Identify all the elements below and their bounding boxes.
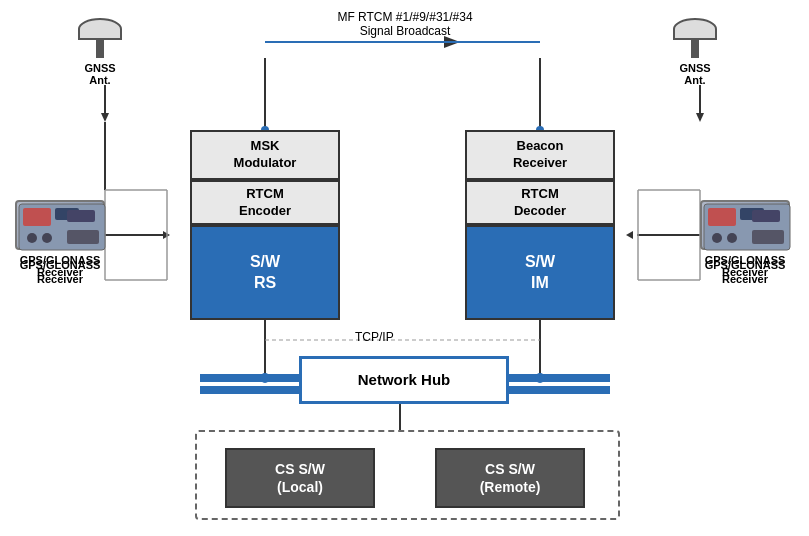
right-antenna-label: GNSSAnt. — [673, 62, 717, 86]
svg-rect-49 — [704, 204, 790, 250]
svg-rect-43 — [19, 204, 105, 250]
svg-point-53 — [727, 233, 737, 243]
svg-point-33 — [535, 373, 545, 383]
right-gnss-antenna: GNSSAnt. — [673, 18, 717, 86]
broadcast-label: MF RTCM #1/#9/#31/#34 Signal Broadcast — [300, 10, 510, 38]
rtcm-decoder-box: RTCMDecoder — [465, 180, 615, 225]
left-device-body — [15, 200, 105, 250]
left-receiver-label-text: GPS/GLONASSReceiver — [15, 258, 105, 287]
rtcm-encoder-box: RTCMEncoder — [190, 180, 340, 225]
svg-rect-45 — [55, 208, 79, 220]
svg-marker-8 — [696, 113, 704, 122]
svg-marker-11 — [626, 231, 633, 239]
antenna-base-left — [96, 40, 104, 58]
svg-marker-4 — [163, 231, 170, 239]
network-hub-box: Network Hub — [299, 356, 509, 404]
svg-point-52 — [712, 233, 722, 243]
svg-rect-51 — [740, 208, 764, 220]
left-antenna-label: GNSSAnt. — [78, 62, 122, 86]
svg-rect-54 — [752, 230, 784, 244]
svg-point-47 — [42, 233, 52, 243]
sw-rs-box: S/WRS — [190, 225, 340, 320]
msk-modulator-box: MSKModulator — [190, 130, 340, 180]
svg-point-31 — [260, 373, 270, 383]
sw-im-box: S/WIM — [465, 225, 615, 320]
left-gnss-antenna: GNSSAnt. — [78, 18, 122, 86]
right-device-body — [700, 200, 790, 250]
antenna-dome-left — [78, 18, 122, 40]
svg-rect-44 — [23, 208, 51, 226]
svg-rect-50 — [708, 208, 736, 226]
antenna-dome-right — [673, 18, 717, 40]
antenna-base-right — [691, 40, 699, 58]
svg-rect-48 — [67, 230, 99, 244]
system-diagram: GNSSAnt. GNSSAnt. MF RTCM #1/#9/#31/#34 … — [0, 0, 809, 536]
cs-sw-local-box: CS S/W(Local) — [225, 448, 375, 508]
svg-point-46 — [27, 233, 37, 243]
svg-marker-1 — [101, 113, 109, 122]
right-receiver-label-text: GPS/GLONASSReceiver — [700, 258, 790, 287]
tcpip-label: TCP/IP — [355, 330, 394, 344]
cs-sw-remote-box: CS S/W(Remote) — [435, 448, 585, 508]
beacon-receiver-box: BeaconReceiver — [465, 130, 615, 180]
